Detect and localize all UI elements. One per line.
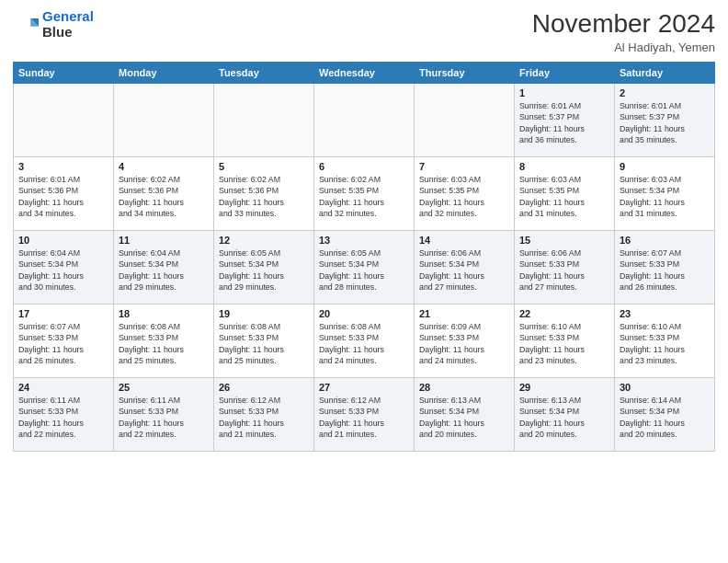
day-cell: 21Sunrise: 6:09 AM Sunset: 5:33 PM Dayli… (415, 304, 515, 378)
day-number: 30 (620, 382, 710, 393)
week-row-1: 1Sunrise: 6:01 AM Sunset: 5:37 PM Daylig… (14, 84, 715, 157)
day-number: 13 (319, 235, 409, 246)
day-number: 1 (519, 87, 609, 98)
day-number: 15 (519, 235, 609, 246)
logo-line2: Blue (42, 25, 94, 40)
day-cell: 11Sunrise: 6:04 AM Sunset: 5:34 PM Dayli… (114, 231, 214, 304)
day-info: Sunrise: 6:01 AM Sunset: 5:37 PM Dayligh… (620, 100, 710, 145)
day-info: Sunrise: 6:05 AM Sunset: 5:34 PM Dayligh… (319, 247, 409, 293)
day-number: 9 (620, 161, 710, 172)
day-cell: 4Sunrise: 6:02 AM Sunset: 5:36 PM Daylig… (114, 157, 214, 231)
day-number: 14 (419, 235, 509, 246)
logo-text: General Blue (42, 9, 94, 40)
day-cell (415, 84, 515, 157)
day-cell: 13Sunrise: 6:05 AM Sunset: 5:34 PM Dayli… (314, 231, 415, 304)
day-info: Sunrise: 6:11 AM Sunset: 5:33 PM Dayligh… (119, 395, 209, 440)
day-info: Sunrise: 6:09 AM Sunset: 5:33 PM Dayligh… (419, 321, 509, 366)
day-cell: 5Sunrise: 6:02 AM Sunset: 5:36 PM Daylig… (214, 157, 314, 231)
day-cell: 19Sunrise: 6:08 AM Sunset: 5:33 PM Dayli… (214, 304, 314, 378)
day-number: 26 (219, 382, 309, 393)
day-info: Sunrise: 6:08 AM Sunset: 5:33 PM Dayligh… (319, 321, 409, 366)
day-number: 18 (119, 308, 209, 319)
week-row-4: 17Sunrise: 6:07 AM Sunset: 5:33 PM Dayli… (14, 304, 715, 378)
col-header-sunday: Sunday (14, 63, 114, 84)
location-subtitle: Al Hadiyah, Yemen (532, 40, 715, 54)
col-header-thursday: Thursday (415, 63, 515, 84)
day-number: 16 (620, 235, 710, 246)
day-cell: 28Sunrise: 6:13 AM Sunset: 5:34 PM Dayli… (415, 378, 515, 452)
day-info: Sunrise: 6:10 AM Sunset: 5:33 PM Dayligh… (519, 321, 609, 366)
day-info: Sunrise: 6:03 AM Sunset: 5:35 PM Dayligh… (419, 174, 509, 219)
day-cell: 17Sunrise: 6:07 AM Sunset: 5:33 PM Dayli… (14, 304, 114, 378)
day-info: Sunrise: 6:06 AM Sunset: 5:34 PM Dayligh… (419, 247, 509, 293)
day-cell: 12Sunrise: 6:05 AM Sunset: 5:34 PM Dayli… (214, 231, 314, 304)
day-info: Sunrise: 6:07 AM Sunset: 5:33 PM Dayligh… (620, 247, 710, 293)
day-cell: 7Sunrise: 6:03 AM Sunset: 5:35 PM Daylig… (415, 157, 515, 231)
week-row-5: 24Sunrise: 6:11 AM Sunset: 5:33 PM Dayli… (14, 378, 715, 452)
title-block: November 2024 Al Hadiyah, Yemen (532, 9, 715, 54)
day-number: 5 (219, 161, 309, 172)
day-info: Sunrise: 6:07 AM Sunset: 5:33 PM Dayligh… (18, 321, 108, 366)
day-cell: 6Sunrise: 6:02 AM Sunset: 5:35 PM Daylig… (314, 157, 415, 231)
day-info: Sunrise: 6:04 AM Sunset: 5:34 PM Dayligh… (18, 247, 108, 293)
calendar-table: SundayMondayTuesdayWednesdayThursdayFrid… (13, 62, 715, 452)
day-cell: 24Sunrise: 6:11 AM Sunset: 5:33 PM Dayli… (14, 378, 114, 452)
day-number: 21 (419, 308, 509, 319)
day-number: 23 (620, 308, 710, 319)
col-header-wednesday: Wednesday (314, 63, 415, 84)
day-info: Sunrise: 6:10 AM Sunset: 5:33 PM Dayligh… (620, 321, 710, 366)
day-number: 11 (119, 235, 209, 246)
day-cell (114, 84, 214, 157)
day-cell: 1Sunrise: 6:01 AM Sunset: 5:37 PM Daylig… (515, 84, 615, 157)
day-info: Sunrise: 6:08 AM Sunset: 5:33 PM Dayligh… (219, 321, 309, 366)
day-number: 8 (519, 161, 609, 172)
day-number: 25 (119, 382, 209, 393)
day-cell: 30Sunrise: 6:14 AM Sunset: 5:34 PM Dayli… (615, 378, 715, 452)
day-number: 29 (519, 382, 609, 393)
day-info: Sunrise: 6:05 AM Sunset: 5:34 PM Dayligh… (219, 247, 309, 293)
day-cell: 27Sunrise: 6:12 AM Sunset: 5:33 PM Dayli… (314, 378, 415, 452)
day-cell: 29Sunrise: 6:13 AM Sunset: 5:34 PM Dayli… (515, 378, 615, 452)
day-info: Sunrise: 6:01 AM Sunset: 5:37 PM Dayligh… (519, 100, 609, 145)
day-number: 24 (18, 382, 108, 393)
logo-line1: General (42, 8, 94, 24)
week-row-2: 3Sunrise: 6:01 AM Sunset: 5:36 PM Daylig… (14, 157, 715, 231)
day-number: 3 (18, 161, 108, 172)
day-info: Sunrise: 6:12 AM Sunset: 5:33 PM Dayligh… (319, 395, 409, 440)
day-cell: 25Sunrise: 6:11 AM Sunset: 5:33 PM Dayli… (114, 378, 214, 452)
col-header-friday: Friday (515, 63, 615, 84)
day-cell: 22Sunrise: 6:10 AM Sunset: 5:33 PM Dayli… (515, 304, 615, 378)
day-info: Sunrise: 6:02 AM Sunset: 5:36 PM Dayligh… (219, 174, 309, 219)
day-number: 27 (319, 382, 409, 393)
day-info: Sunrise: 6:12 AM Sunset: 5:33 PM Dayligh… (219, 395, 309, 440)
day-info: Sunrise: 6:03 AM Sunset: 5:34 PM Dayligh… (620, 174, 710, 219)
day-cell: 16Sunrise: 6:07 AM Sunset: 5:33 PM Dayli… (615, 231, 715, 304)
day-cell: 14Sunrise: 6:06 AM Sunset: 5:34 PM Dayli… (415, 231, 515, 304)
month-title: November 2024 (532, 9, 715, 39)
day-info: Sunrise: 6:02 AM Sunset: 5:36 PM Dayligh… (119, 174, 209, 219)
day-cell: 20Sunrise: 6:08 AM Sunset: 5:33 PM Dayli… (314, 304, 415, 378)
day-cell (314, 84, 415, 157)
col-header-saturday: Saturday (615, 63, 715, 84)
day-number: 12 (219, 235, 309, 246)
day-cell: 8Sunrise: 6:03 AM Sunset: 5:35 PM Daylig… (515, 157, 615, 231)
day-cell: 15Sunrise: 6:06 AM Sunset: 5:33 PM Dayli… (515, 231, 615, 304)
page: General Blue November 2024 Al Hadiyah, Y… (0, 0, 728, 459)
day-number: 20 (319, 308, 409, 319)
col-header-monday: Monday (114, 63, 214, 84)
logo-icon (13, 12, 39, 38)
day-info: Sunrise: 6:11 AM Sunset: 5:33 PM Dayligh… (18, 395, 108, 440)
logo: General Blue (13, 9, 94, 40)
day-info: Sunrise: 6:02 AM Sunset: 5:35 PM Dayligh… (319, 174, 409, 219)
day-number: 28 (419, 382, 509, 393)
day-number: 22 (519, 308, 609, 319)
day-number: 17 (18, 308, 108, 319)
col-header-tuesday: Tuesday (214, 63, 314, 84)
day-number: 6 (319, 161, 409, 172)
header-row: SundayMondayTuesdayWednesdayThursdayFrid… (14, 63, 715, 84)
day-cell (214, 84, 314, 157)
day-cell: 3Sunrise: 6:01 AM Sunset: 5:36 PM Daylig… (14, 157, 114, 231)
day-info: Sunrise: 6:01 AM Sunset: 5:36 PM Dayligh… (18, 174, 108, 219)
day-cell: 18Sunrise: 6:08 AM Sunset: 5:33 PM Dayli… (114, 304, 214, 378)
day-number: 10 (18, 235, 108, 246)
